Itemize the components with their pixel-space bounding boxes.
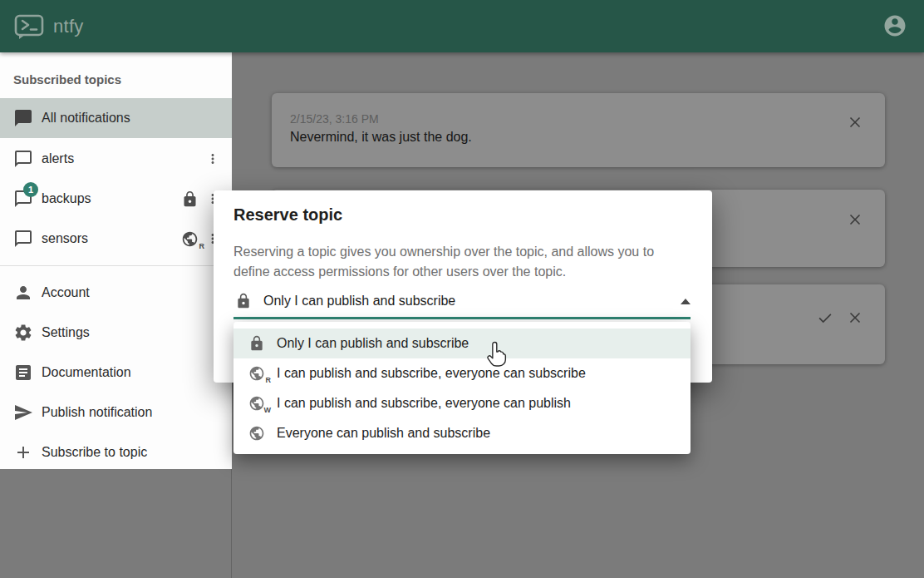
sidebar-item-label: alerts: [42, 151, 74, 166]
lock-icon: [181, 190, 199, 208]
sidebar-item-label: backups: [42, 191, 91, 206]
sidebar-item-sensors[interactable]: sensors R: [0, 219, 232, 259]
globe-read-icon: R: [181, 230, 199, 248]
select-focus-underline: [233, 317, 691, 319]
menu-option-only-me[interactable]: Only I can publish and subscribe: [233, 329, 691, 358]
sidebar-item-alerts[interactable]: alerts: [0, 139, 232, 179]
menu-option-label: I can publish and subscribe, everyone ca…: [277, 396, 571, 411]
sidebar-item-settings[interactable]: Settings: [0, 313, 232, 353]
sidebar-item-label: Publish notification: [42, 405, 152, 420]
send-icon: [13, 403, 33, 422]
person-icon: [13, 283, 33, 303]
notification-message: Nevermind, it was just the dog.: [290, 130, 472, 145]
select-value: Only I can publish and subscribe: [263, 294, 455, 309]
sidebar-item-subscribe-to-topic[interactable]: Subscribe to topic: [0, 432, 232, 472]
sidebar-item-label: All notifications: [42, 111, 130, 126]
sidebar-item-all-notifications[interactable]: All notifications: [0, 98, 232, 138]
sidebar-item-account[interactable]: Account: [0, 273, 232, 313]
plus-icon: [13, 442, 33, 462]
sidebar-item-label: sensors: [42, 231, 88, 246]
dialog-description-line: Reserving a topic gives you ownership ov…: [233, 242, 695, 262]
gear-icon: [13, 323, 33, 343]
dropdown-arrow-icon: [681, 299, 691, 304]
subscribed-topics-label: Subscribed topics: [13, 72, 121, 86]
dialog-description-line: define access permissions for other user…: [233, 262, 695, 282]
menu-option-label: I can publish and subscribe, everyone ca…: [277, 366, 586, 381]
sidebar-item-label: Account: [42, 285, 90, 300]
access-permission-menu: Only I can publish and subscribe R I can…: [233, 322, 691, 454]
article-icon: [13, 363, 33, 383]
access-sub-label: R: [199, 242, 205, 250]
menu-option-everyone-can-subscribe[interactable]: R I can publish and subscribe, everyone …: [233, 358, 691, 388]
menu-option-label: Only I can publish and subscribe: [277, 336, 469, 351]
chat-outline-icon: [13, 229, 33, 249]
chat-outline-icon: [13, 149, 33, 169]
close-icon[interactable]: [846, 309, 864, 327]
app-title: ntfy: [53, 16, 84, 37]
menu-option-everyone-can-publish[interactable]: W I can publish and subscribe, everyone …: [233, 388, 691, 418]
close-icon[interactable]: [846, 210, 864, 229]
check-icon[interactable]: [816, 309, 834, 327]
more-vert-icon[interactable]: [205, 151, 220, 166]
dialog-title: Reserve topic: [233, 205, 342, 225]
mouse-pointer-cursor: [487, 340, 509, 368]
globe-read-icon: R: [248, 365, 265, 382]
access-sub-label: R: [266, 376, 272, 384]
unread-badge: 1: [23, 182, 38, 197]
notification-timestamp: 2/15/23, 3:16 PM: [290, 112, 379, 126]
sidebar-item-label: Subscribe to topic: [42, 445, 147, 460]
app-bar: ntfy: [0, 0, 924, 52]
sidebar-item-documentation[interactable]: Documentation: [0, 353, 232, 393]
notification-card: 2/15/23, 3:16 PM Nevermind, it was just …: [272, 93, 885, 167]
account-circle-icon[interactable]: [882, 13, 907, 38]
ntfy-app: ntfy 2/15/23, 3:16 PM Nevermind, it was …: [0, 0, 924, 578]
chat-filled-icon: [13, 108, 33, 128]
menu-option-label: Everyone can publish and subscribe: [277, 426, 490, 441]
menu-option-everyone[interactable]: Everyone can publish and subscribe: [233, 418, 691, 448]
dialog-description: Reserving a topic gives you ownership ov…: [233, 242, 695, 282]
access-permission-select[interactable]: Only I can publish and subscribe: [233, 292, 692, 317]
globe-icon: [248, 425, 265, 442]
ntfy-logo-icon: [13, 13, 45, 40]
sidebar-item-label: Settings: [42, 325, 90, 340]
close-icon[interactable]: [846, 113, 864, 131]
sidebar-item-label: Documentation: [42, 365, 131, 380]
lock-icon: [248, 335, 265, 352]
access-sub-label: W: [264, 406, 272, 414]
sidebar: Subscribed topics All notifications aler…: [0, 52, 232, 469]
lock-icon: [235, 293, 252, 309]
sidebar-section-divider: [0, 265, 232, 266]
sidebar-item-publish-notification[interactable]: Publish notification: [0, 393, 232, 432]
globe-write-icon: W: [248, 395, 265, 412]
